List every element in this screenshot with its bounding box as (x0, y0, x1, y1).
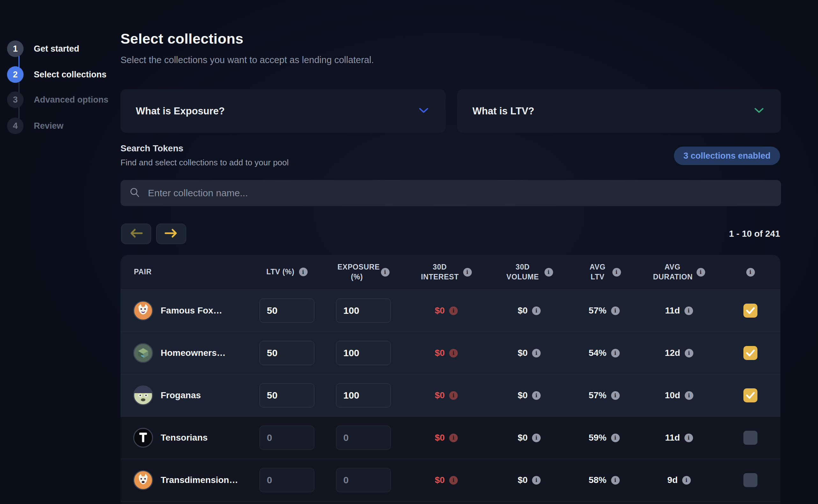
info-icon[interactable]: i (463, 268, 472, 277)
column-header-select: i (720, 268, 780, 277)
info-icon[interactable]: i (697, 268, 705, 277)
select-collection-checkbox[interactable] (743, 473, 757, 487)
info-icon[interactable]: i (532, 306, 541, 315)
collection-avatar-fox (133, 301, 153, 320)
page-subtitle: Select the collections you want to accep… (120, 55, 374, 65)
collections-table: PAIR LTV (%) i EXPOSURE (%) i 30D INTERE… (120, 255, 780, 504)
select-collection-checkbox[interactable] (743, 304, 757, 318)
prev-page-button[interactable] (121, 224, 151, 244)
faq-accordion-exposure[interactable]: What is Exposure? (120, 89, 446, 133)
chevron-down-icon (754, 108, 764, 115)
table-header-row: PAIR LTV (%) i EXPOSURE (%) i 30D INTERE… (120, 255, 780, 289)
stepper-step-review[interactable]: 4 Review (7, 118, 63, 134)
avg-ltv-value: 54% (589, 348, 606, 358)
info-icon[interactable]: i (449, 306, 458, 315)
next-page-button[interactable] (156, 224, 186, 244)
info-icon[interactable]: i (449, 476, 458, 485)
faq-accordion-ltv[interactable]: What is LTV? (457, 89, 781, 133)
interest-value: $0 (435, 475, 445, 485)
step-label: Advanced options (34, 95, 108, 105)
interest-value: $0 (435, 390, 445, 400)
collection-search (120, 180, 781, 206)
collection-avatar-house (133, 343, 153, 363)
select-collection-checkbox[interactable] (743, 431, 757, 445)
step-number-badge: 1 (7, 40, 24, 57)
table-row: Froganas $0i $0i 57%i 10di (120, 374, 780, 416)
arrow-left-icon (129, 228, 143, 240)
table-next-row-peek (120, 501, 780, 504)
avg-duration-value: 11d (665, 306, 680, 316)
exposure-input[interactable] (336, 468, 391, 492)
chevron-down-icon (419, 108, 429, 115)
volume-value: $0 (518, 433, 528, 443)
ltv-input[interactable] (259, 341, 314, 365)
ltv-input[interactable] (259, 299, 314, 323)
step-number-badge: 2 (7, 66, 24, 83)
search-input[interactable] (148, 188, 772, 198)
exposure-input[interactable] (336, 341, 391, 365)
avg-duration-value: 9d (667, 475, 678, 485)
ltv-input[interactable] (259, 468, 314, 492)
info-icon[interactable]: i (449, 391, 458, 400)
exposure-input[interactable] (336, 383, 391, 407)
table-row: Tensorians $0i $0i 59%i 11di (120, 416, 780, 459)
stepper-step-select-collections[interactable]: 2 Select collections (7, 66, 106, 83)
table-row: Famous Fox… $0i $0i 57%i 11di (120, 289, 780, 332)
info-icon[interactable]: i (611, 434, 620, 442)
info-icon[interactable]: i (611, 349, 620, 357)
info-icon[interactable]: i (611, 306, 620, 315)
collection-name: Transdimension… (161, 475, 238, 485)
info-icon[interactable]: i (685, 391, 693, 400)
select-collection-checkbox[interactable] (743, 388, 757, 402)
select-collection-checkbox[interactable] (743, 346, 757, 360)
column-header-pair: PAIR (120, 267, 252, 277)
collection-name: Famous Fox… (161, 306, 222, 316)
info-icon[interactable]: i (532, 349, 541, 357)
collection-name: Homeowners… (161, 348, 226, 358)
search-section-title: Search Tokens (120, 143, 183, 154)
table-row: Homeowners… $0i $0i 54%i 12di (120, 332, 780, 374)
search-section-subtitle: Find and select collections to add to yo… (120, 158, 289, 168)
column-header-30d-interest: 30D INTEREST i (405, 262, 488, 282)
column-header-exposure: EXPOSURE (%) i (322, 262, 405, 282)
stepper-step-advanced-options[interactable]: 3 Advanced options (7, 91, 108, 108)
info-icon[interactable]: i (682, 476, 691, 485)
ltv-input[interactable] (259, 426, 314, 450)
column-header-avg-duration: AVG DURATION i (638, 262, 720, 282)
info-icon[interactable]: i (611, 391, 620, 400)
info-icon[interactable]: i (532, 434, 541, 442)
info-icon[interactable]: i (685, 349, 693, 357)
interest-value: $0 (435, 306, 445, 316)
volume-value: $0 (518, 306, 528, 316)
exposure-input[interactable] (336, 299, 391, 323)
avg-duration-value: 12d (665, 348, 680, 358)
avg-ltv-value: 57% (589, 390, 606, 400)
info-icon[interactable]: i (532, 391, 541, 400)
info-icon[interactable]: i (449, 349, 458, 357)
info-icon[interactable]: i (611, 476, 620, 485)
step-number-badge: 3 (7, 91, 24, 108)
faq-question: What is LTV? (473, 105, 534, 117)
interest-value: $0 (435, 433, 445, 443)
stepper-step-get-started[interactable]: 1 Get started (7, 40, 79, 57)
info-icon[interactable]: i (449, 434, 458, 442)
collection-avatar-tensor-logo (133, 428, 153, 448)
ltv-input[interactable] (259, 383, 314, 407)
avg-duration-value: 10d (665, 390, 680, 400)
exposure-input[interactable] (336, 426, 391, 450)
avg-ltv-value: 58% (589, 475, 606, 485)
faq-question: What is Exposure? (136, 105, 225, 117)
info-icon[interactable]: i (612, 268, 621, 277)
pagination-range: 1 - 10 of 241 (729, 229, 780, 239)
volume-value: $0 (518, 348, 528, 358)
info-icon[interactable]: i (545, 268, 553, 277)
info-icon[interactable]: i (299, 268, 308, 276)
collection-avatar-fox (133, 470, 153, 490)
info-icon[interactable]: i (532, 476, 541, 485)
volume-value: $0 (518, 390, 528, 400)
info-icon[interactable]: i (746, 268, 755, 277)
info-icon[interactable]: i (684, 434, 693, 442)
info-icon[interactable]: i (684, 306, 693, 315)
volume-value: $0 (518, 475, 528, 485)
info-icon[interactable]: i (381, 268, 389, 277)
